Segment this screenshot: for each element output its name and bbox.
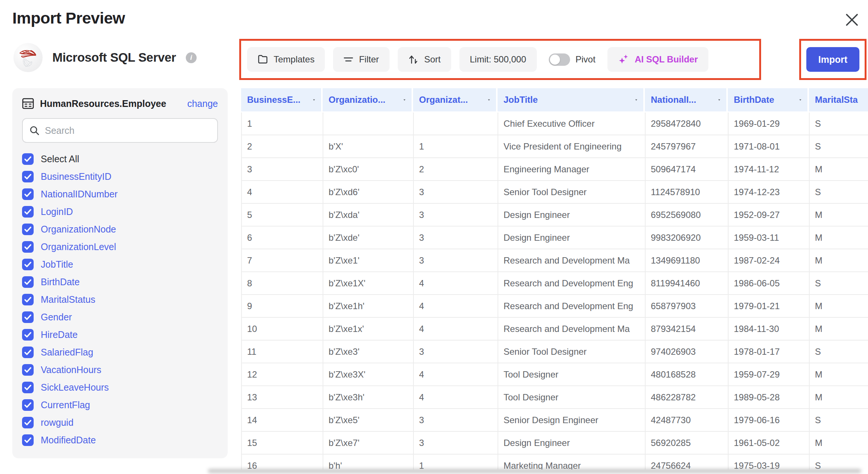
checkbox-checked[interactable] — [22, 188, 34, 200]
sidebar-field-hiredate[interactable]: HireDate — [12, 326, 228, 344]
checkbox-checked[interactable] — [22, 347, 34, 358]
column-header-maritalsta[interactable]: MaritalSta — [809, 88, 868, 111]
ai-sql-builder-label: AI SQL Builder — [635, 54, 698, 65]
sidebar-field-sickleavehours[interactable]: SickLeaveHours — [12, 379, 228, 396]
change-table-link[interactable]: change — [187, 98, 218, 109]
table-cell: 509647174 — [646, 158, 729, 181]
sidebar-field-currentflag[interactable]: CurrentFlag — [12, 396, 228, 414]
sidebar-field-modifieddate[interactable]: ModifiedDate — [12, 431, 228, 449]
checkbox-checked[interactable] — [22, 276, 34, 288]
table-row[interactable]: 3b'Z\xc0'2Engineering Manager50964717419… — [242, 158, 868, 181]
column-header-businesse[interactable]: BusinessE... — [241, 88, 323, 111]
horizontal-scrollbar[interactable] — [208, 469, 861, 473]
sort-button[interactable]: Sort — [398, 47, 451, 72]
sidebar-field-businessentityid[interactable]: BusinessEntityID — [12, 168, 228, 185]
ai-sql-builder-button[interactable]: AI SQL Builder — [607, 47, 708, 72]
table-row[interactable]: 4b'Z\xd6'3Senior Tool Designer1124578910… — [242, 181, 868, 204]
sidebar-field-loginid[interactable]: LoginID — [12, 203, 228, 221]
close-button[interactable] — [843, 11, 861, 28]
import-button[interactable]: Import — [806, 47, 859, 72]
table-row[interactable]: 9b'Z\xe1h'4Research and Development Eng6… — [242, 295, 868, 318]
templates-button[interactable]: Templates — [247, 47, 325, 72]
chevron-down-icon[interactable] — [400, 98, 406, 102]
info-icon[interactable]: i — [186, 52, 197, 63]
checkmark-icon — [24, 174, 31, 179]
column-header-organizatio[interactable]: Organizatio... — [323, 88, 413, 111]
table-row[interactable]: 7b'Z\xe1'3Research and Development Ma134… — [242, 249, 868, 272]
chevron-down-icon[interactable] — [484, 98, 490, 102]
checkbox-checked[interactable] — [22, 417, 34, 428]
checkbox-checked[interactable] — [22, 434, 34, 446]
column-header-jobtitle[interactable]: JobTitle — [498, 88, 645, 111]
filter-button[interactable]: Filter — [333, 47, 389, 72]
column-header-birthdate[interactable]: BirthDate — [728, 88, 809, 111]
table-row[interactable]: 11b'Z\xe3'3Senior Tool Designer974026903… — [242, 341, 868, 363]
table-cell: Chief Executive Officer — [498, 113, 646, 135]
table-cell: 1 — [414, 455, 498, 470]
sidebar-field-maritalstatus[interactable]: MaritalStatus — [12, 291, 228, 308]
checkbox-checked[interactable] — [22, 259, 34, 270]
checkbox-checked[interactable] — [22, 224, 34, 235]
limit-button[interactable]: Limit: 500,000 — [459, 47, 537, 72]
table-cell: 3 — [414, 227, 498, 249]
sidebar-field-gender[interactable]: Gender — [12, 308, 228, 326]
field-label: ModifiedDate — [41, 435, 96, 446]
table-row[interactable]: 10b'Z\xe1x'4Research and Development Ma8… — [242, 318, 868, 341]
checkmark-icon — [24, 227, 31, 232]
pivot-toggle[interactable] — [549, 53, 570, 66]
table-cell: Senior Tool Designer — [498, 341, 646, 363]
checkbox-checked[interactable] — [22, 153, 34, 165]
sort-arrows-icon — [408, 54, 419, 65]
table-row[interactable]: 5b'Z\xda'3Design Engineer69525690801952-… — [242, 204, 868, 227]
checkbox-checked[interactable] — [22, 171, 34, 182]
table-cell: Senior Tool Designer — [498, 181, 646, 204]
table-cell: 4 — [242, 181, 323, 204]
sidebar-field-salariedflag[interactable]: SalariedFlag — [12, 344, 228, 361]
table-cell: Design Engineer — [498, 432, 646, 455]
checkbox-checked[interactable] — [22, 311, 34, 323]
checkbox-checked[interactable] — [22, 241, 34, 253]
search-input[interactable] — [45, 125, 210, 136]
table-cell: 12 — [242, 363, 323, 386]
table-row[interactable]: 15b'Z\xe7'3Design Engineer569202851961-0… — [242, 432, 868, 455]
checkbox-checked[interactable] — [22, 364, 34, 376]
sidebar-field-organizationnode[interactable]: OrganizationNode — [12, 221, 228, 238]
table-row[interactable]: 1Chief Executive Officer29584728401969-0… — [242, 113, 868, 135]
checkbox-checked[interactable] — [22, 294, 34, 305]
checkbox-checked[interactable] — [22, 206, 34, 218]
table-cell: 3 — [414, 432, 498, 455]
table-cell: 1974-11-12 — [729, 158, 810, 181]
table-row[interactable]: 2b'X'1Vice President of Engineering24579… — [242, 135, 868, 158]
sidebar-field-birthdate[interactable]: BirthDate — [12, 273, 228, 291]
checkbox-checked[interactable] — [22, 382, 34, 393]
column-header-organizat[interactable]: Organizat... — [413, 88, 498, 111]
table-row[interactable]: 16b'h'1Marketing Manager247566241975-03-… — [242, 455, 868, 470]
table-row[interactable]: 14b'Z\xe5'3Senior Design Engineer4248773… — [242, 409, 868, 432]
table-row[interactable]: 6b'Z\xde'3Design Engineer99832069201959-… — [242, 227, 868, 249]
select-all-item[interactable]: Select All — [12, 150, 228, 168]
sidebar-field-jobtitle[interactable]: JobTitle — [12, 256, 228, 273]
sidebar-field-rowguid[interactable]: rowguid — [12, 414, 228, 431]
table-row[interactable]: 8b'Z\xe1X'4Research and Development Eng8… — [242, 272, 868, 295]
checkbox-checked[interactable] — [22, 329, 34, 341]
sidebar-field-nationalidnumber[interactable]: NationalIDNumber — [12, 185, 228, 203]
chevron-down-icon[interactable] — [309, 98, 315, 102]
search-box[interactable] — [22, 118, 218, 143]
table-cell: 1978-01-17 — [729, 341, 810, 363]
field-selector-panel: HumanResources.Employee change Select Al… — [12, 88, 228, 458]
table-cell: 1989-05-28 — [729, 386, 810, 409]
table-cell: 3 — [414, 181, 498, 204]
chevron-down-icon[interactable] — [714, 98, 720, 102]
table-row[interactable]: 13b'Z\xe3h'4Tool Designer4862287821989-0… — [242, 386, 868, 409]
table-cell: M — [810, 432, 868, 455]
field-label: BusinessEntityID — [41, 171, 111, 182]
table-cell: M — [810, 204, 868, 227]
chevron-down-icon[interactable] — [795, 98, 801, 102]
table-row[interactable]: 12b'Z\xe3X'4Tool Designer4801685281959-0… — [242, 363, 868, 386]
chevron-down-icon[interactable] — [631, 98, 637, 102]
sidebar-field-organizationlevel[interactable]: OrganizationLevel — [12, 238, 228, 256]
column-header-nationali[interactable]: NationalI... — [645, 88, 728, 111]
checkbox-checked[interactable] — [22, 399, 34, 411]
table-cell: S — [810, 341, 868, 363]
sidebar-field-vacationhours[interactable]: VacationHours — [12, 361, 228, 379]
